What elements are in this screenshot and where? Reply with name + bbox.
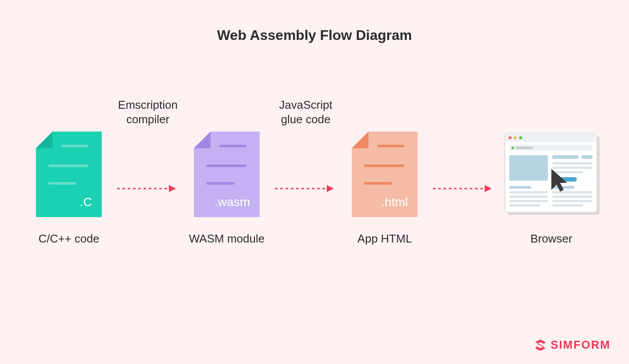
svg-point-11 <box>511 146 514 149</box>
node-c-code: .C C/C++ code <box>16 132 122 246</box>
file-extension: .C <box>80 195 92 209</box>
node-label: WASM module <box>189 232 264 246</box>
file-extension: .html <box>381 195 408 209</box>
node-label: App HTML <box>357 232 412 246</box>
arrow-label: JavaScriptglue code <box>249 98 363 128</box>
arrow-to-browser <box>437 146 490 232</box>
svg-rect-17 <box>552 167 593 169</box>
svg-point-9 <box>519 136 522 139</box>
arrow-glue: JavaScriptglue code <box>279 146 332 232</box>
flow-row: .C C/C++ code Emscriptioncompiler .wasm … <box>0 132 629 246</box>
svg-rect-6 <box>505 139 597 142</box>
node-wasm: .wasm WASM module <box>174 132 279 246</box>
svg-rect-22 <box>509 196 548 198</box>
svg-rect-23 <box>509 200 548 202</box>
node-label: Browser <box>530 232 572 246</box>
arrow-compiler: Emscriptioncompiler <box>122 146 174 232</box>
browser-icon <box>503 132 600 217</box>
file-wasm-icon: .wasm <box>194 132 260 217</box>
svg-rect-26 <box>552 191 593 193</box>
svg-rect-29 <box>552 204 583 207</box>
svg-rect-14 <box>552 155 579 159</box>
node-html: .html App HTML <box>332 132 437 246</box>
svg-rect-28 <box>552 200 593 202</box>
svg-rect-16 <box>552 162 593 164</box>
svg-point-7 <box>509 136 512 139</box>
node-label: C/C++ code <box>39 232 100 246</box>
svg-rect-18 <box>552 171 583 173</box>
diagram-title: Web Assembly Flow Diagram <box>0 0 629 43</box>
logo-text: SIMFORM <box>550 338 611 352</box>
svg-point-8 <box>514 136 517 139</box>
file-c-icon: .C <box>36 132 102 217</box>
svg-rect-15 <box>581 155 593 159</box>
svg-rect-12 <box>515 146 533 149</box>
file-extension: .wasm <box>214 195 250 209</box>
svg-rect-13 <box>509 155 548 181</box>
svg-rect-25 <box>552 186 574 189</box>
svg-rect-27 <box>552 196 593 198</box>
brand-logo: SIMFORM <box>534 338 611 352</box>
svg-rect-20 <box>509 186 531 189</box>
svg-rect-24 <box>509 204 540 207</box>
arrow-label: Emscriptioncompiler <box>91 98 205 128</box>
node-browser: Browser <box>490 132 613 246</box>
logo-icon <box>534 339 547 352</box>
file-html-icon: .html <box>352 132 418 217</box>
svg-rect-21 <box>509 191 548 193</box>
